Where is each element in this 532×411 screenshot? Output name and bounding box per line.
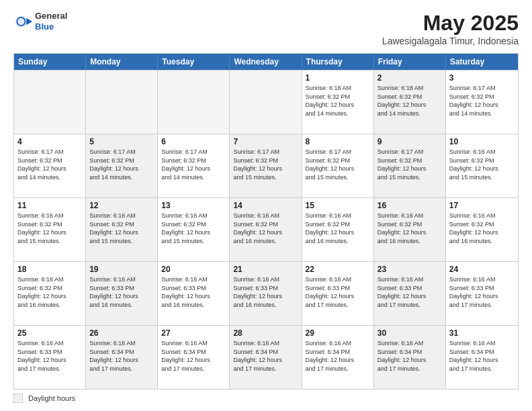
day-detail-14: Sunrise: 6:16 AM Sunset: 6:32 PM Dayligh…	[233, 212, 298, 245]
day-detail-12: Sunrise: 6:16 AM Sunset: 6:32 PM Dayligh…	[89, 212, 154, 245]
day-number-14: 14	[233, 201, 298, 210]
day-detail-23: Sunrise: 6:16 AM Sunset: 6:33 PM Dayligh…	[378, 275, 442, 309]
day-detail-30: Sunrise: 6:16 AM Sunset: 6:34 PM Dayligh…	[378, 339, 442, 373]
day-detail-5: Sunrise: 6:17 AM Sunset: 6:32 PM Dayligh…	[89, 148, 154, 181]
cal-header-saturday: Saturday	[446, 54, 518, 70]
day-number-17: 17	[449, 201, 515, 210]
logo-blue-text: Blue	[35, 21, 67, 32]
cal-cell-day-3: 3Sunrise: 6:17 AM Sunset: 6:32 PM Daylig…	[446, 71, 518, 134]
day-number-24: 24	[449, 265, 515, 274]
day-number-19: 19	[89, 265, 154, 274]
cal-cell-empty-0-3	[230, 71, 302, 134]
day-number-22: 22	[306, 265, 370, 274]
cal-cell-day-26: 26Sunrise: 6:16 AM Sunset: 6:34 PM Dayli…	[86, 326, 158, 389]
day-detail-15: Sunrise: 6:16 AM Sunset: 6:32 PM Dayligh…	[306, 212, 370, 245]
day-number-8: 8	[306, 137, 370, 146]
cal-cell-day-15: 15Sunrise: 6:16 AM Sunset: 6:32 PM Dayli…	[302, 198, 374, 261]
day-detail-24: Sunrise: 6:16 AM Sunset: 6:33 PM Dayligh…	[449, 275, 515, 309]
cal-cell-day-1: 1Sunrise: 6:18 AM Sunset: 6:32 PM Daylig…	[302, 71, 374, 134]
cal-cell-day-23: 23Sunrise: 6:16 AM Sunset: 6:33 PM Dayli…	[374, 262, 446, 325]
cal-header-tuesday: Tuesday	[158, 54, 230, 70]
day-number-10: 10	[449, 137, 515, 146]
header: General Blue May 2025 Lawesigalagala Tim…	[13, 11, 519, 46]
legend-box	[13, 394, 23, 403]
calendar: SundayMondayTuesdayWednesdayThursdayFrid…	[13, 53, 519, 390]
cal-cell-day-22: 22Sunrise: 6:16 AM Sunset: 6:33 PM Dayli…	[302, 262, 374, 325]
cal-cell-day-6: 6Sunrise: 6:17 AM Sunset: 6:32 PM Daylig…	[158, 134, 230, 197]
cal-cell-day-14: 14Sunrise: 6:16 AM Sunset: 6:32 PM Dayli…	[230, 198, 302, 261]
day-detail-19: Sunrise: 6:16 AM Sunset: 6:33 PM Dayligh…	[89, 275, 154, 309]
cal-cell-empty-0-0	[14, 71, 86, 134]
day-number-20: 20	[161, 265, 226, 274]
day-number-23: 23	[378, 265, 442, 274]
day-number-21: 21	[233, 265, 298, 274]
cal-cell-day-29: 29Sunrise: 6:16 AM Sunset: 6:34 PM Dayli…	[302, 326, 374, 389]
day-detail-11: Sunrise: 6:16 AM Sunset: 6:32 PM Dayligh…	[17, 212, 82, 245]
day-number-26: 26	[89, 328, 154, 338]
cal-cell-day-13: 13Sunrise: 6:16 AM Sunset: 6:32 PM Dayli…	[158, 198, 230, 261]
cal-week-2: 4Sunrise: 6:17 AM Sunset: 6:32 PM Daylig…	[14, 134, 518, 197]
cal-cell-day-31: 31Sunrise: 6:16 AM Sunset: 6:34 PM Dayli…	[446, 326, 518, 389]
day-detail-3: Sunrise: 6:17 AM Sunset: 6:32 PM Dayligh…	[449, 84, 515, 118]
logo: General Blue	[13, 11, 67, 32]
day-number-30: 30	[378, 328, 442, 338]
cal-cell-day-4: 4Sunrise: 6:17 AM Sunset: 6:32 PM Daylig…	[14, 134, 86, 197]
cal-week-5: 25Sunrise: 6:16 AM Sunset: 6:33 PM Dayli…	[14, 325, 518, 389]
cal-cell-day-19: 19Sunrise: 6:16 AM Sunset: 6:33 PM Dayli…	[86, 262, 158, 325]
svg-marker-2	[26, 17, 32, 25]
day-number-7: 7	[233, 137, 298, 146]
day-number-12: 12	[89, 201, 154, 210]
day-number-1: 1	[306, 73, 370, 83]
title-block: May 2025 Lawesigalagala Timur, Indonesia	[382, 11, 519, 46]
day-number-9: 9	[378, 137, 442, 146]
day-detail-9: Sunrise: 6:17 AM Sunset: 6:32 PM Dayligh…	[378, 148, 442, 181]
day-number-16: 16	[378, 201, 442, 210]
day-number-27: 27	[161, 328, 226, 338]
cal-cell-day-17: 17Sunrise: 6:16 AM Sunset: 6:32 PM Dayli…	[446, 198, 518, 261]
page: General Blue May 2025 Lawesigalagala Tim…	[0, 0, 532, 411]
day-number-6: 6	[161, 137, 226, 146]
day-detail-6: Sunrise: 6:17 AM Sunset: 6:32 PM Dayligh…	[161, 148, 226, 181]
day-detail-27: Sunrise: 6:16 AM Sunset: 6:34 PM Dayligh…	[161, 339, 226, 373]
day-detail-1: Sunrise: 6:18 AM Sunset: 6:32 PM Dayligh…	[306, 84, 370, 118]
cal-week-3: 11Sunrise: 6:16 AM Sunset: 6:32 PM Dayli…	[14, 197, 518, 261]
day-number-28: 28	[233, 328, 298, 338]
calendar-body: 1Sunrise: 6:18 AM Sunset: 6:32 PM Daylig…	[14, 70, 518, 389]
cal-cell-day-16: 16Sunrise: 6:16 AM Sunset: 6:32 PM Dayli…	[374, 198, 446, 261]
day-detail-7: Sunrise: 6:17 AM Sunset: 6:32 PM Dayligh…	[233, 148, 298, 181]
day-detail-2: Sunrise: 6:18 AM Sunset: 6:32 PM Dayligh…	[378, 84, 442, 118]
day-detail-25: Sunrise: 6:16 AM Sunset: 6:33 PM Dayligh…	[17, 339, 82, 373]
day-number-4: 4	[17, 137, 82, 146]
cal-cell-day-20: 20Sunrise: 6:16 AM Sunset: 6:33 PM Dayli…	[158, 262, 230, 325]
legend-label: Daylight hours	[28, 394, 75, 402]
cal-cell-empty-0-2	[158, 71, 230, 134]
day-detail-17: Sunrise: 6:16 AM Sunset: 6:32 PM Dayligh…	[449, 212, 515, 245]
logo-icon	[13, 12, 32, 31]
cal-cell-day-11: 11Sunrise: 6:16 AM Sunset: 6:32 PM Dayli…	[14, 198, 86, 261]
day-detail-22: Sunrise: 6:16 AM Sunset: 6:33 PM Dayligh…	[306, 275, 370, 309]
cal-cell-day-18: 18Sunrise: 6:16 AM Sunset: 6:32 PM Dayli…	[14, 262, 86, 325]
cal-cell-day-12: 12Sunrise: 6:16 AM Sunset: 6:32 PM Dayli…	[86, 198, 158, 261]
cal-week-1: 1Sunrise: 6:18 AM Sunset: 6:32 PM Daylig…	[14, 70, 518, 134]
calendar-header-row: SundayMondayTuesdayWednesdayThursdayFrid…	[14, 54, 518, 70]
day-number-2: 2	[378, 73, 442, 83]
day-number-5: 5	[89, 137, 154, 146]
day-detail-21: Sunrise: 6:16 AM Sunset: 6:33 PM Dayligh…	[233, 275, 298, 309]
cal-header-monday: Monday	[86, 54, 158, 70]
cal-cell-day-10: 10Sunrise: 6:16 AM Sunset: 6:32 PM Dayli…	[446, 134, 518, 197]
cal-cell-day-9: 9Sunrise: 6:17 AM Sunset: 6:32 PM Daylig…	[374, 134, 446, 197]
cal-cell-day-30: 30Sunrise: 6:16 AM Sunset: 6:34 PM Dayli…	[374, 326, 446, 389]
cal-header-friday: Friday	[374, 54, 446, 70]
day-detail-18: Sunrise: 6:16 AM Sunset: 6:32 PM Dayligh…	[17, 275, 82, 309]
cal-header-thursday: Thursday	[302, 54, 374, 70]
cal-cell-day-27: 27Sunrise: 6:16 AM Sunset: 6:34 PM Dayli…	[158, 326, 230, 389]
day-number-25: 25	[17, 328, 82, 338]
cal-cell-day-7: 7Sunrise: 6:17 AM Sunset: 6:32 PM Daylig…	[230, 134, 302, 197]
day-detail-13: Sunrise: 6:16 AM Sunset: 6:32 PM Dayligh…	[161, 212, 226, 245]
day-number-31: 31	[449, 328, 515, 338]
day-detail-26: Sunrise: 6:16 AM Sunset: 6:34 PM Dayligh…	[89, 339, 154, 373]
logo-general-text: General	[35, 11, 67, 21]
cal-cell-day-8: 8Sunrise: 6:17 AM Sunset: 6:32 PM Daylig…	[302, 134, 374, 197]
day-number-11: 11	[17, 201, 82, 210]
day-number-13: 13	[161, 201, 226, 210]
